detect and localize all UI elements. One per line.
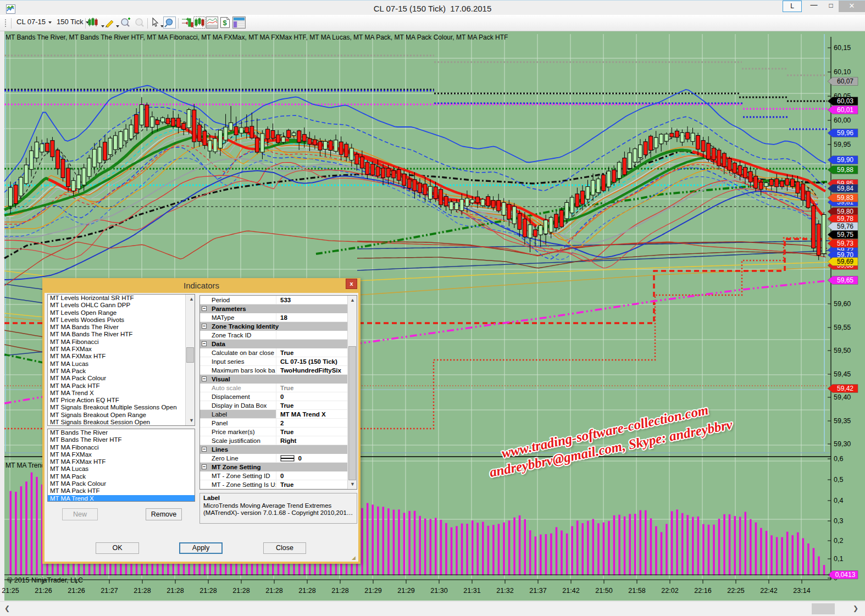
svg-text:21:37: 21:37 <box>529 587 546 595</box>
svg-text:22:25: 22:25 <box>727 587 744 595</box>
svg-text:60,10: 60,10 <box>834 68 851 76</box>
svg-text:59,84: 59,84 <box>837 185 853 192</box>
svg-text:23:14: 23:14 <box>793 587 810 595</box>
svg-text:59,45: 59,45 <box>834 370 851 378</box>
svg-text:21:25: 21:25 <box>2 587 19 595</box>
svg-text:60,03: 60,03 <box>837 97 853 105</box>
svg-text:21:32: 21:32 <box>496 587 513 595</box>
svg-text:59,96: 59,96 <box>837 129 853 137</box>
svg-text:21:28: 21:28 <box>199 587 217 595</box>
svg-text:59,42: 59,42 <box>837 385 853 392</box>
svg-text:0,2: 0,2 <box>834 537 843 545</box>
svg-text:22:02: 22:02 <box>661 587 678 595</box>
svg-text:59,30: 59,30 <box>834 440 851 448</box>
svg-text:59,50: 59,50 <box>834 347 851 354</box>
svg-text:21:28: 21:28 <box>298 587 315 595</box>
svg-text:59,69: 59,69 <box>837 258 853 265</box>
svg-text:59,40: 59,40 <box>834 393 851 401</box>
svg-text:59,73: 59,73 <box>837 240 853 247</box>
svg-text:59,60: 59,60 <box>834 300 851 308</box>
svg-text:0,4: 0,4 <box>834 497 843 504</box>
svg-text:59,76: 59,76 <box>837 223 853 230</box>
svg-text:22:42: 22:42 <box>760 587 777 595</box>
svg-text:$: $ <box>223 19 227 27</box>
svg-text:59,83: 59,83 <box>837 194 853 202</box>
svg-text:59,80: 59,80 <box>837 208 853 215</box>
svg-text:21:28: 21:28 <box>167 587 184 595</box>
svg-text:© 2015 NinjaTrader, LLC: © 2015 NinjaTrader, LLC <box>7 576 83 584</box>
svg-text:60,07: 60,07 <box>837 77 853 85</box>
svg-text:0,6: 0,6 <box>834 455 843 463</box>
svg-text:59,95: 59,95 <box>834 141 851 148</box>
svg-text:0,1: 0,1 <box>834 555 843 563</box>
svg-text:22:16: 22:16 <box>694 587 711 595</box>
svg-text:59,78: 59,78 <box>837 215 853 223</box>
svg-text:21:28: 21:28 <box>265 587 282 595</box>
svg-text:21:29: 21:29 <box>397 587 414 595</box>
svg-text:21:31: 21:31 <box>463 587 480 595</box>
svg-text:21:58: 21:58 <box>628 587 645 595</box>
svg-text:21:26: 21:26 <box>68 587 85 595</box>
svg-text:21:28: 21:28 <box>134 587 151 595</box>
svg-text:60,15: 60,15 <box>834 44 851 52</box>
svg-text:59,75: 59,75 <box>837 231 853 238</box>
svg-text:0,3: 0,3 <box>834 517 843 525</box>
svg-text:59,55: 59,55 <box>834 324 851 331</box>
svg-text:21:42: 21:42 <box>562 587 579 595</box>
svg-text:60,01: 60,01 <box>837 106 853 114</box>
svg-text:21:50: 21:50 <box>595 587 612 595</box>
svg-text:0,0413: 0,0413 <box>835 571 856 579</box>
svg-text:0,5: 0,5 <box>834 476 843 484</box>
svg-text:59,35: 59,35 <box>834 417 851 425</box>
svg-text:MT Bands The River, MT Bands T: MT Bands The River, MT Bands The River H… <box>5 34 508 41</box>
svg-text:21:28: 21:28 <box>331 587 348 595</box>
svg-text:59,65: 59,65 <box>837 276 853 284</box>
svg-text:21:30: 21:30 <box>430 587 447 595</box>
svg-text:21:26: 21:26 <box>35 587 52 595</box>
svg-text:59,88: 59,88 <box>837 166 853 174</box>
svg-text:21:29: 21:29 <box>364 587 381 595</box>
svg-text:21:28: 21:28 <box>232 587 249 595</box>
svg-text:21:27: 21:27 <box>101 587 118 595</box>
svg-text:60,00: 60,00 <box>834 116 851 124</box>
svg-text:59,90: 59,90 <box>837 156 853 164</box>
